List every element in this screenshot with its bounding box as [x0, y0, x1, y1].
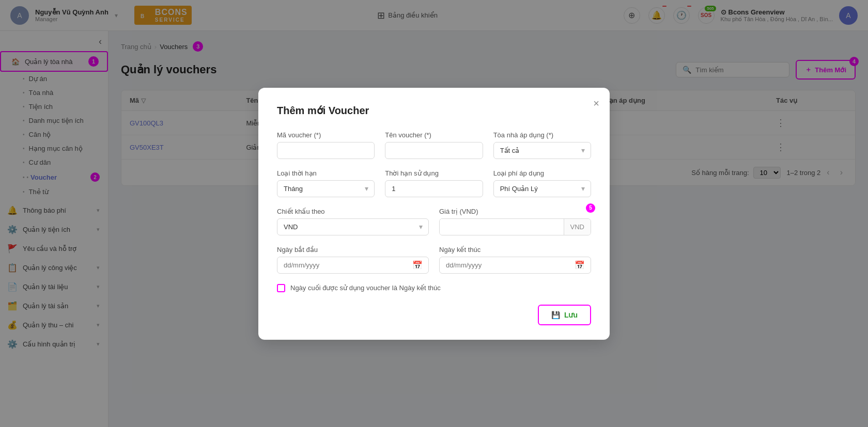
- modal-footer: 💾 Lưu: [277, 305, 591, 325]
- label-thoi-han: Thời hạn sử dụng: [385, 169, 483, 177]
- gia-tri-suffix: VND: [564, 219, 591, 235]
- select-loai-phi[interactable]: Phí Quản Lý Phí Dịch Vụ: [493, 180, 591, 197]
- add-voucher-modal: × Thêm mới Voucher Mã voucher (*) Tên vo…: [258, 88, 610, 340]
- form-group-chiet-khau: Chiết khấu theo VND %: [277, 208, 429, 235]
- input-ten-voucher[interactable]: [385, 142, 483, 159]
- label-toa-nha: Tòa nhà áp dụng (*): [493, 131, 591, 139]
- save-button[interactable]: 💾 Lưu: [538, 305, 591, 325]
- form-group-loai-thoi-han: Loại thời hạn Tháng Ngày Năm: [277, 169, 375, 197]
- ngay-ket-thuc-wrap: 📅: [439, 257, 591, 274]
- input-gia-tri[interactable]: [440, 219, 564, 235]
- form-row-2: Loại thời hạn Tháng Ngày Năm Thời hạn sử…: [277, 169, 591, 197]
- form-group-ngay-ket-thuc: Ngày kết thúc 📅: [439, 246, 591, 274]
- label-gia-tri: Giá trị (VND) 5: [439, 208, 591, 215]
- form-group-ten-voucher: Tên voucher (*): [385, 131, 483, 159]
- input-ngay-ket-thuc[interactable]: [439, 257, 591, 274]
- badge-5: 5: [586, 203, 595, 213]
- modal-title: Thêm mới Voucher: [277, 104, 591, 117]
- modal-close-button[interactable]: ×: [593, 98, 599, 108]
- form-group-thoi-han: Thời hạn sử dụng: [385, 169, 483, 197]
- checkbox-label[interactable]: Ngày cuối được sử dụng voucher là Ngày k…: [290, 284, 441, 292]
- label-ngay-ket-thuc: Ngày kết thúc: [439, 246, 591, 254]
- input-ma-voucher[interactable]: [277, 142, 375, 159]
- label-ten-voucher: Tên voucher (*): [385, 131, 483, 139]
- input-thoi-han[interactable]: [385, 180, 483, 197]
- form-group-gia-tri: Giá trị (VND) 5 VND: [439, 208, 591, 235]
- label-ma-voucher: Mã voucher (*): [277, 131, 375, 139]
- save-icon: 💾: [551, 311, 560, 319]
- form-group-loai-phi: Loại phí áp dụng Phí Quản Lý Phí Dịch Vụ: [493, 169, 591, 197]
- select-toa-nha[interactable]: Tất cả: [493, 142, 591, 159]
- form-row-3: Chiết khấu theo VND % Giá trị (VND) 5 VN…: [277, 208, 591, 235]
- label-loai-thoi-han: Loại thời hạn: [277, 169, 375, 177]
- ngay-bat-dau-wrap: 📅: [277, 257, 429, 274]
- gia-tri-input-wrapper: VND: [439, 218, 591, 235]
- label-ngay-bat-dau: Ngày bắt đầu: [277, 246, 429, 254]
- form-row-1: Mã voucher (*) Tên voucher (*) Tòa nhà á…: [277, 131, 591, 159]
- select-loai-thoi-han[interactable]: Tháng Ngày Năm: [277, 180, 375, 197]
- form-row-4: Ngày bắt đầu 📅 Ngày kết thúc 📅: [277, 246, 591, 274]
- label-chiet-khau: Chiết khấu theo: [277, 208, 429, 215]
- form-group-ngay-bat-dau: Ngày bắt đầu 📅: [277, 246, 429, 274]
- form-group-ma-voucher: Mã voucher (*): [277, 131, 375, 159]
- input-ngay-bat-dau[interactable]: [277, 257, 429, 274]
- form-group-toa-nha: Tòa nhà áp dụng (*) Tất cả: [493, 131, 591, 159]
- ngay-cuoi-checkbox[interactable]: [277, 284, 285, 292]
- label-loai-phi: Loại phí áp dụng: [493, 169, 591, 177]
- modal-overlay[interactable]: × Thêm mới Voucher Mã voucher (*) Tên vo…: [0, 0, 868, 427]
- checkbox-row: Ngày cuối được sử dụng voucher là Ngày k…: [277, 284, 591, 292]
- select-chiet-khau[interactable]: VND %: [277, 218, 429, 235]
